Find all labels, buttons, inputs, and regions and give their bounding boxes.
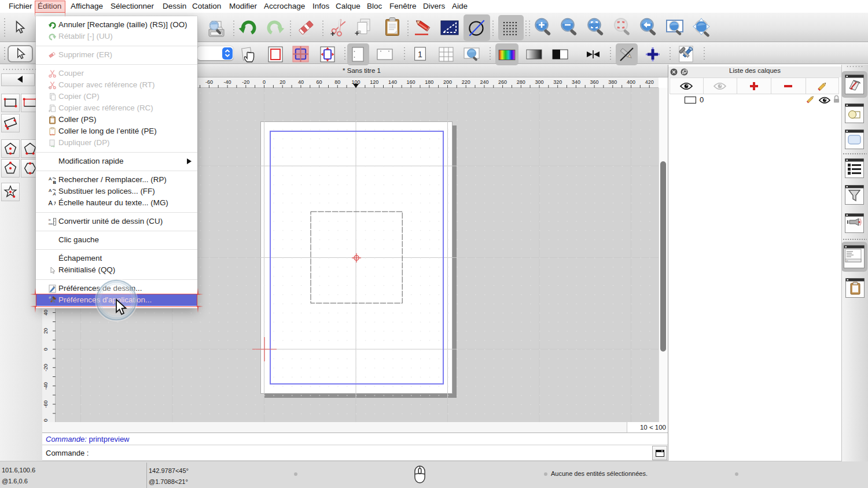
svg-text:20: 20 bbox=[43, 328, 49, 334]
svg-text:c:: c: bbox=[847, 260, 848, 262]
svg-text:240: 240 bbox=[480, 79, 488, 85]
svg-text:A: A bbox=[48, 199, 53, 206]
svg-text:40: 40 bbox=[298, 79, 304, 85]
svg-text:A: A bbox=[52, 191, 56, 196]
svg-text:60: 60 bbox=[317, 79, 322, 85]
svg-text:in: in bbox=[49, 218, 51, 221]
svg-text:-60: -60 bbox=[43, 401, 49, 408]
svg-text:360: 360 bbox=[590, 79, 599, 85]
svg-text:B: B bbox=[53, 179, 56, 184]
svg-text:A: A bbox=[49, 188, 52, 193]
svg-text:80: 80 bbox=[334, 79, 340, 85]
svg-text:-40: -40 bbox=[224, 79, 231, 85]
svg-text:-60: -60 bbox=[205, 79, 213, 85]
svg-text:340: 340 bbox=[572, 79, 580, 85]
svg-text:1: 1 bbox=[418, 50, 422, 59]
svg-text:40: 40 bbox=[43, 310, 49, 316]
svg-text:180: 180 bbox=[425, 79, 433, 85]
svg-text:260: 260 bbox=[498, 79, 507, 85]
svg-text:140: 140 bbox=[388, 79, 397, 85]
svg-text:380: 380 bbox=[608, 79, 617, 85]
svg-text:400: 400 bbox=[627, 79, 635, 85]
svg-text:-20: -20 bbox=[43, 364, 49, 371]
svg-text:-40: -40 bbox=[43, 382, 49, 390]
svg-text:-20: -20 bbox=[242, 79, 249, 85]
svg-text:320: 320 bbox=[553, 79, 562, 85]
svg-text:200: 200 bbox=[443, 79, 452, 85]
svg-text:420: 420 bbox=[645, 79, 654, 85]
svg-text:300: 300 bbox=[535, 79, 543, 85]
svg-text:20: 20 bbox=[279, 79, 285, 85]
svg-text:0: 0 bbox=[43, 347, 49, 350]
svg-text:280: 280 bbox=[517, 79, 525, 85]
svg-text:A: A bbox=[49, 176, 52, 182]
svg-text:120: 120 bbox=[370, 79, 378, 85]
svg-text:220: 220 bbox=[462, 79, 470, 85]
svg-text:mm: mm bbox=[49, 223, 53, 225]
svg-text:160: 160 bbox=[407, 79, 415, 85]
svg-text:0: 0 bbox=[263, 79, 266, 85]
